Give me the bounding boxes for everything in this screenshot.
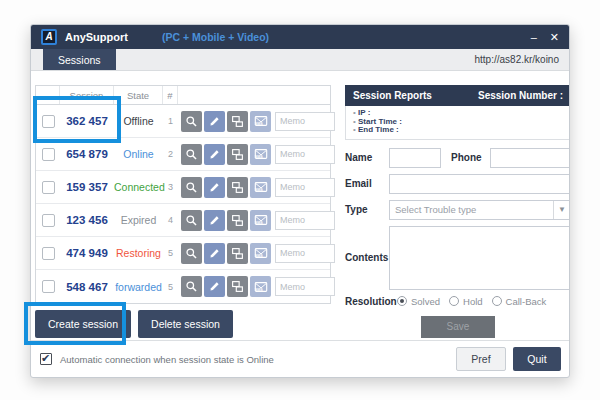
- delete-session-button[interactable]: Delete session: [138, 310, 233, 338]
- edit-session-button[interactable]: [204, 177, 225, 198]
- edit-session-button[interactable]: [204, 210, 225, 231]
- header-number: #: [163, 86, 178, 104]
- view-session-button[interactable]: [181, 177, 202, 198]
- row-checkbox[interactable]: [42, 214, 55, 227]
- view-session-button[interactable]: [181, 144, 202, 165]
- phone-field[interactable]: [490, 148, 569, 168]
- pencil-icon: [208, 148, 221, 161]
- edit-session-button[interactable]: [204, 276, 225, 297]
- tab-strip: Sessions http://as82.kr/koino: [31, 49, 569, 71]
- remote-screens-button[interactable]: [227, 144, 248, 165]
- row-checkbox[interactable]: [42, 148, 55, 161]
- row-checkbox[interactable]: [42, 181, 55, 194]
- session-number-label: Session Number :: [478, 90, 563, 101]
- name-label: Name: [345, 152, 389, 163]
- session-row: 654 879 Online 2 SMS: [36, 138, 330, 171]
- anysupport-window: A AnySupport (PC + Mobile + Video) – ✕ S…: [30, 24, 570, 378]
- title-bar: A AnySupport (PC + Mobile + Video) – ✕: [31, 25, 569, 49]
- pencil-icon: [208, 115, 221, 128]
- session-number[interactable]: 654 879: [60, 148, 114, 160]
- resolution-option-callback[interactable]: Call-Back: [492, 296, 547, 307]
- trouble-type-select[interactable]: Select Trouble type ▼: [389, 200, 569, 220]
- magnifier-icon: [185, 115, 198, 128]
- memo-input[interactable]: [275, 244, 335, 263]
- auto-connect-checkbox[interactable]: [40, 353, 52, 365]
- sms-button[interactable]: SMS: [250, 177, 271, 198]
- sms-button[interactable]: SMS: [250, 276, 271, 297]
- type-label: Type: [345, 204, 389, 215]
- sms-envelope-icon: SMS: [254, 114, 268, 128]
- app-subtitle: (PC + Mobile + Video): [162, 31, 269, 43]
- contents-row: Contents: [345, 226, 569, 290]
- session-number[interactable]: 474 949: [60, 247, 114, 259]
- pencil-icon: [208, 214, 221, 227]
- view-session-button[interactable]: [181, 276, 202, 297]
- app-logo-icon: A: [41, 29, 57, 45]
- close-button[interactable]: ✕: [550, 32, 559, 43]
- memo-input[interactable]: [275, 145, 335, 164]
- pref-button[interactable]: Pref: [456, 347, 506, 371]
- minimize-button[interactable]: –: [531, 32, 537, 43]
- email-field[interactable]: [389, 174, 569, 194]
- session-index: 1: [163, 116, 178, 126]
- row-checkbox[interactable]: [42, 247, 55, 260]
- remote-screens-button[interactable]: [227, 243, 248, 264]
- sms-button[interactable]: SMS: [250, 243, 271, 264]
- magnifier-icon: [185, 181, 198, 194]
- memo-input[interactable]: [275, 178, 335, 197]
- save-button[interactable]: Save: [421, 316, 495, 338]
- memo-input[interactable]: [275, 211, 335, 230]
- session-row: 159 357 Connected 3 SMS: [36, 171, 330, 204]
- radio-icon: [492, 296, 502, 306]
- footer-buttons: Pref Quit: [456, 347, 561, 371]
- session-list-panel: Session State # 362 457 Offline 1: [35, 85, 335, 340]
- memo-input[interactable]: [275, 277, 335, 296]
- session-number[interactable]: 123 456: [60, 214, 114, 226]
- resolution-option-solved[interactable]: Solved: [397, 296, 440, 307]
- header-session: Session: [60, 86, 114, 104]
- tab-sessions[interactable]: Sessions: [43, 49, 116, 70]
- resolution-option-label: Call-Back: [506, 296, 547, 307]
- pencil-icon: [208, 247, 221, 260]
- contents-label: Contents: [345, 252, 389, 263]
- edit-session-button[interactable]: [204, 144, 225, 165]
- name-phone-row: Name Phone: [345, 148, 569, 168]
- quit-button[interactable]: Quit: [513, 347, 561, 371]
- sms-button[interactable]: SMS: [250, 210, 271, 231]
- session-row: 548 467 forwarded 5 SMS: [36, 270, 330, 303]
- pencil-icon: [208, 280, 221, 293]
- row-checkbox[interactable]: [42, 115, 55, 128]
- trouble-type-placeholder: Select Trouble type: [390, 204, 553, 215]
- screens-icon: [231, 115, 244, 128]
- name-field[interactable]: [389, 148, 441, 168]
- session-number[interactable]: 548 467: [60, 281, 114, 293]
- svg-text:SMS: SMS: [254, 288, 262, 292]
- remote-screens-button[interactable]: [227, 210, 248, 231]
- edit-session-button[interactable]: [204, 243, 225, 264]
- row-checkbox[interactable]: [42, 280, 55, 293]
- remote-screens-button[interactable]: [227, 276, 248, 297]
- session-number[interactable]: 159 357: [60, 181, 114, 193]
- sms-button[interactable]: SMS: [250, 144, 271, 165]
- create-session-button[interactable]: Create session: [35, 310, 131, 338]
- email-row: Email: [345, 174, 569, 194]
- window-controls: – ✕: [531, 32, 559, 43]
- edit-session-button[interactable]: [204, 111, 225, 132]
- resolution-option-hold[interactable]: Hold: [449, 296, 483, 307]
- sms-button[interactable]: SMS: [250, 111, 271, 132]
- view-session-button[interactable]: [181, 210, 202, 231]
- sms-envelope-icon: SMS: [254, 147, 268, 161]
- header-checkbox-cell: [36, 86, 60, 104]
- screens-icon: [231, 280, 244, 293]
- contents-field[interactable]: [389, 226, 569, 290]
- view-session-button[interactable]: [181, 111, 202, 132]
- svg-text:SMS: SMS: [254, 122, 262, 126]
- memo-input[interactable]: [275, 112, 335, 131]
- sms-envelope-icon: SMS: [254, 280, 268, 294]
- view-session-button[interactable]: [181, 243, 202, 264]
- remote-screens-button[interactable]: [227, 177, 248, 198]
- session-number[interactable]: 362 457: [60, 115, 114, 127]
- session-state: Offline: [114, 115, 163, 127]
- report-header: Session Reports Session Number :: [345, 85, 569, 106]
- remote-screens-button[interactable]: [227, 111, 248, 132]
